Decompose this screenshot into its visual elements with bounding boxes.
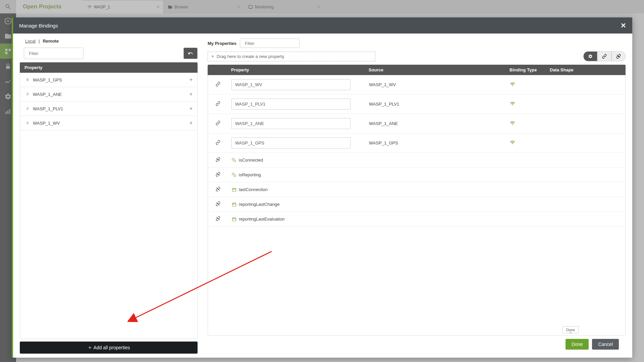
done-button[interactable]: Done (566, 339, 589, 350)
calendar-icon (231, 187, 237, 192)
wifi-icon (510, 81, 515, 87)
type-icon: # (25, 121, 30, 125)
wifi-icon (510, 101, 515, 106)
type-icon: T (25, 77, 30, 82)
add-icon[interactable]: + (190, 120, 193, 126)
link-icon[interactable] (216, 121, 220, 125)
list-item[interactable]: TWASP_1_GPS+ (20, 73, 197, 87)
done-tooltip: Done (562, 326, 579, 334)
bool-icon (231, 158, 237, 163)
property-row: isConnected (208, 153, 625, 168)
add-icon[interactable]: + (190, 91, 193, 97)
plus-icon (88, 345, 92, 350)
list-item[interactable]: #WASP_1_PLV1+ (20, 102, 197, 116)
property-header: Property (20, 62, 198, 73)
source-cell: WASP_1_PLV1 (369, 102, 510, 107)
filter-my-properties-input[interactable] (245, 41, 301, 46)
unlink-icon[interactable] (216, 172, 220, 177)
gear-icon (588, 54, 593, 59)
unlink-icon[interactable] (216, 201, 220, 206)
add-icon[interactable]: + (190, 106, 193, 112)
type-icon: # (25, 92, 30, 97)
unlink-icon (616, 54, 621, 59)
source-cell: WASP_1_WV (369, 82, 510, 87)
cancel-button[interactable]: Cancel (592, 339, 619, 350)
bindings-grid-header: Property Source Binding Type Data Shape (208, 65, 626, 75)
source-cell: WASP_1_GPS (369, 140, 510, 145)
modal-close-button[interactable]: ✕ (621, 21, 626, 29)
modal-title: Manage Bindings (19, 23, 58, 28)
wifi-icon (510, 120, 515, 126)
add-icon[interactable]: + (190, 77, 193, 83)
drag-drop-zone[interactable]: Drag here to create a new property (208, 52, 375, 61)
unlink-icon[interactable] (216, 187, 220, 191)
property-row: lastConnection (208, 182, 625, 197)
refresh-bindings-button[interactable] (583, 51, 597, 61)
undo-icon (188, 51, 193, 56)
calendar-icon (231, 202, 237, 207)
filter-local[interactable] (24, 48, 84, 59)
tab-remote[interactable]: Remote (41, 39, 60, 44)
link-icon[interactable] (216, 82, 220, 86)
binding-row: WASP_1_GPS (208, 133, 625, 153)
unlink-icon[interactable] (216, 216, 220, 221)
my-properties-label: My Properties (208, 41, 236, 46)
binding-row: WASP_1_PLV1 (208, 95, 625, 114)
binding-row: WASP_1_WV (208, 75, 625, 95)
tab-local[interactable]: Local (24, 39, 37, 44)
list-item[interactable]: #WASP_1_WV+ (20, 116, 197, 130)
add-all-properties-button[interactable]: Add all properties (20, 342, 198, 354)
link-icon[interactable] (216, 101, 220, 106)
filter-local-input[interactable] (29, 51, 85, 56)
plus-icon (211, 54, 215, 58)
calendar-icon (231, 217, 237, 222)
unlink-icon[interactable] (216, 157, 220, 162)
property-input[interactable] (231, 137, 351, 148)
binding-row: WASP_1_ANE (208, 114, 625, 133)
remote-property-list: TWASP_1_GPS+ #WASP_1_ANE+ #WASP_1_PLV1+ … (20, 73, 198, 339)
bindings-grid: WASP_1_WV WASP_1_PLV1 WASP_1_ANE (208, 75, 626, 336)
undo-button[interactable] (183, 48, 198, 59)
property-input[interactable] (231, 79, 351, 90)
toolbar-buttons (583, 51, 626, 61)
property-row: reportingLastChange (208, 197, 625, 212)
bool-icon (231, 172, 237, 178)
wifi-icon (510, 140, 515, 145)
property-input[interactable] (231, 118, 351, 129)
manage-bindings-modal: Manage Bindings ✕ Local | Remote Propert… (12, 17, 632, 358)
property-row: reportingLastEvaluation (208, 212, 625, 227)
property-input[interactable] (231, 99, 351, 110)
unlink-button[interactable] (611, 51, 626, 61)
type-icon: # (25, 106, 30, 111)
link-icon (602, 54, 607, 59)
link-icon[interactable] (216, 140, 220, 145)
source-cell: WASP_1_ANE (369, 121, 510, 126)
link-button[interactable] (597, 51, 611, 61)
property-row: isReporting (208, 168, 625, 182)
list-item[interactable]: #WASP_1_ANE+ (20, 87, 197, 102)
filter-my-properties[interactable] (240, 39, 300, 48)
